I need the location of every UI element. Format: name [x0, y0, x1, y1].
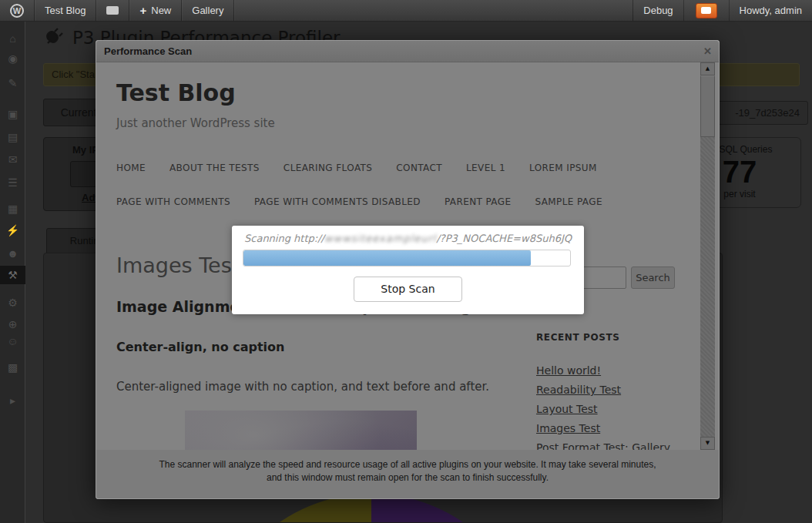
screen: P3 Plugin Performance Profiler Click "St…: [0, 0, 812, 523]
widgets-icon[interactable]: ▦: [0, 199, 25, 218]
adminbar-notification-button[interactable]: [683, 0, 729, 21]
users-icon[interactable]: ☻: [0, 244, 25, 263]
adminbar-debug-button[interactable]: Debug: [632, 0, 683, 21]
orange-bubble-icon: [696, 3, 717, 18]
extras-icon[interactable]: ▩: [0, 358, 25, 377]
settings-icon[interactable]: ⚙: [0, 293, 25, 312]
adminbar-gallery-button[interactable]: Gallery: [182, 0, 234, 21]
plug-icon: [43, 28, 63, 48]
scanning-dialog: Scanning http://wwwsiteexampleurl/?P3_NO…: [232, 226, 584, 314]
lightbox-icon[interactable]: ◉: [0, 49, 25, 68]
appearance-icon[interactable]: ☰: [0, 173, 25, 192]
scan-progress-bar: [243, 250, 571, 267]
adminbar-comments-button[interactable]: [96, 0, 129, 21]
posts-icon[interactable]: ✎: [0, 74, 25, 92]
performance-scan-modal: Performance Scan ✕ Test Blog Just anothe…: [96, 40, 720, 499]
admin-bar: W Test Blog + New Gallery Debug Howdy, a…: [0, 0, 812, 22]
comment-bubble-icon: [106, 6, 119, 15]
wordpress-logo[interactable]: W: [0, 0, 35, 21]
scan-progress-fill: [243, 250, 531, 266]
my-ip-label: My IP: [72, 144, 99, 156]
scan-status-text: Scanning http://wwwsiteexampleurl/?P3_NO…: [232, 233, 584, 244]
adminbar-new-button[interactable]: + New: [129, 0, 182, 21]
media-icon[interactable]: ▣: [0, 105, 25, 123]
dashboard-icon[interactable]: ⌂: [0, 29, 25, 48]
tools-icon[interactable]: ⚒: [0, 266, 25, 284]
plugins-icon[interactable]: ⚡: [0, 221, 25, 240]
adminbar-howdy-account[interactable]: Howdy, admin: [729, 0, 812, 21]
pages-icon[interactable]: ▤: [0, 128, 25, 146]
stop-scan-button[interactable]: Stop Scan: [354, 277, 462, 302]
profile-icon[interactable]: ☺: [0, 332, 25, 350]
comments-icon[interactable]: ✉: [0, 150, 25, 169]
adminbar-site-name[interactable]: Test Blog: [35, 0, 96, 21]
collapse-menu-icon[interactable]: ▸: [0, 391, 25, 410]
admin-sidebar-menu: ⌂ ◉ ✎ ▣ ▤ ✉ ☰ ▦ ⚡ ☻ ⚒ ⚙ ⊕ ☺ ▩ ▸: [0, 22, 25, 523]
masked-url: wwwsiteexampleurl: [324, 233, 437, 244]
plus-icon: +: [139, 4, 146, 17]
network-icon[interactable]: ⊕: [0, 315, 25, 334]
